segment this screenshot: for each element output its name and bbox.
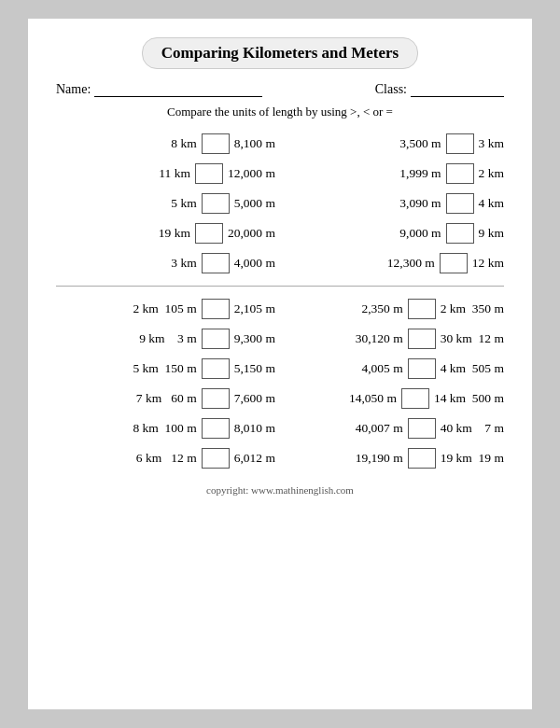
- answer-box[interactable]: [202, 388, 230, 409]
- table-row: 9,000 m 9 km: [285, 218, 504, 248]
- class-field: Class:: [375, 82, 504, 97]
- answer-box[interactable]: [401, 388, 429, 409]
- section1-right-col: 3,500 m 3 km 1,999 m 2 km 3,090 m 4 km 9…: [285, 129, 504, 278]
- instructions: Compare the units of length by using >, …: [56, 105, 504, 119]
- copyright: copyright: www.mathinenglish.com: [56, 484, 504, 496]
- class-underline[interactable]: [411, 84, 504, 97]
- answer-box[interactable]: [446, 133, 474, 154]
- table-row: 7 km 60 m 7,600 m: [56, 384, 275, 413]
- section2-grid: 2 km 105 m 2,105 m 9 km 3 m 9,300 m 5 km…: [56, 294, 504, 473]
- answer-box[interactable]: [446, 163, 474, 184]
- answer-box[interactable]: [446, 193, 474, 214]
- answer-box[interactable]: [408, 448, 436, 469]
- answer-box[interactable]: [195, 223, 223, 244]
- table-row: 4,005 m 4 km 505 m: [285, 354, 504, 384]
- name-underline[interactable]: [94, 84, 262, 97]
- table-row: 3,500 m 3 km: [285, 129, 504, 159]
- answer-box[interactable]: [202, 299, 230, 319]
- section1: 8 km 8,100 m 11 km 12,000 m 5 km 5,000 m…: [56, 129, 504, 278]
- worksheet-page: Comparing Kilometers and Meters Name: Cl…: [28, 19, 532, 709]
- table-row: 11 km 12,000 m: [56, 159, 275, 189]
- title: Comparing Kilometers and Meters: [142, 37, 418, 69]
- answer-box[interactable]: [202, 448, 230, 469]
- section2-left-col: 2 km 105 m 2,105 m 9 km 3 m 9,300 m 5 km…: [56, 294, 275, 473]
- answer-box[interactable]: [202, 358, 230, 379]
- name-class-row: Name: Class:: [56, 82, 504, 97]
- section-divider: [56, 286, 504, 287]
- table-row: 6 km 12 m 6,012 m: [56, 443, 275, 473]
- table-row: 2,350 m 2 km 350 m: [285, 294, 504, 324]
- answer-box[interactable]: [408, 418, 436, 439]
- section2: 2 km 105 m 2,105 m 9 km 3 m 9,300 m 5 km…: [56, 294, 504, 473]
- table-row: 3 km 4,000 m: [56, 248, 275, 278]
- table-row: 3,090 m 4 km: [285, 189, 504, 218]
- answer-box[interactable]: [440, 253, 468, 273]
- answer-box[interactable]: [408, 358, 436, 379]
- table-row: 30,120 m 30 km 12 m: [285, 324, 504, 354]
- table-row: 12,300 m 12 km: [285, 248, 504, 278]
- name-field: Name:: [56, 82, 262, 97]
- answer-box[interactable]: [408, 329, 436, 349]
- table-row: 9 km 3 m 9,300 m: [56, 324, 275, 354]
- table-row: 8 km 100 m 8,010 m: [56, 413, 275, 443]
- class-label: Class:: [375, 82, 407, 97]
- table-row: 8 km 8,100 m: [56, 129, 275, 159]
- table-row: 5 km 5,000 m: [56, 189, 275, 218]
- answer-box[interactable]: [202, 418, 230, 439]
- answer-box[interactable]: [408, 299, 436, 319]
- table-row: 1,999 m 2 km: [285, 159, 504, 189]
- table-row: 19,190 m 19 km 19 m: [285, 443, 504, 473]
- answer-box[interactable]: [202, 193, 230, 214]
- answer-box[interactable]: [202, 133, 230, 154]
- table-row: 2 km 105 m 2,105 m: [56, 294, 275, 324]
- answer-box[interactable]: [446, 223, 474, 244]
- section1-left-col: 8 km 8,100 m 11 km 12,000 m 5 km 5,000 m…: [56, 129, 275, 278]
- answer-box[interactable]: [195, 163, 223, 184]
- answer-box[interactable]: [202, 329, 230, 349]
- table-row: 19 km 20,000 m: [56, 218, 275, 248]
- section2-right-col: 2,350 m 2 km 350 m 30,120 m 30 km 12 m 4…: [285, 294, 504, 473]
- answer-box[interactable]: [202, 253, 230, 273]
- table-row: 14,050 m 14 km 500 m: [285, 384, 504, 413]
- name-label: Name:: [56, 82, 91, 97]
- table-row: 40,007 m 40 km 7 m: [285, 413, 504, 443]
- section1-grid: 8 km 8,100 m 11 km 12,000 m 5 km 5,000 m…: [56, 129, 504, 278]
- table-row: 5 km 150 m 5,150 m: [56, 354, 275, 384]
